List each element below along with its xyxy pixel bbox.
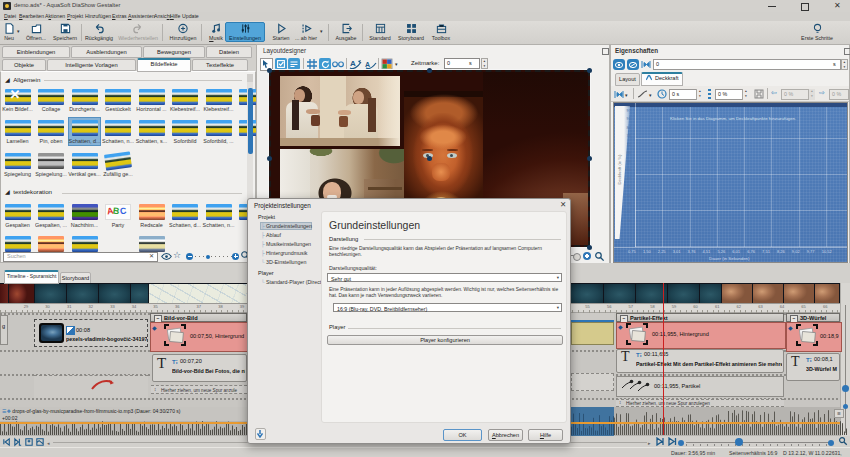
svg-text:A: A [350,59,356,68]
svg-text:A: A [365,61,370,68]
